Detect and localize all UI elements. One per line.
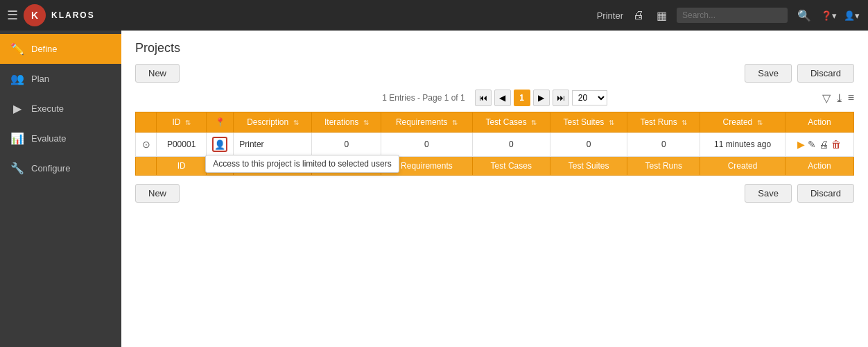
edit-icon[interactable]: ✎ [808,139,816,150]
pagination-icons: ▽ ⤓ ≡ [822,92,854,105]
col-testcases[interactable]: Test Cases ⇅ [472,112,550,133]
user-button[interactable]: 👤▾ [844,10,860,21]
col-iterations[interactable]: Iterations ⇅ [312,112,381,133]
access-tooltip-container: 👤 Access to this project is limited to s… [212,137,227,152]
pagination-bar: 1 Entries - Page 1 of 1 ⏮ ◀ 1 ▶ ⏭ 20 10 … [135,90,854,106]
define-label: Define [31,44,58,54]
evaluate-label: Evaluate [31,133,67,144]
print-icon[interactable]: 🖨 [819,139,828,150]
col2-testruns: Test Runs [627,157,700,176]
top-toolbar: New Save Discard [135,64,854,83]
toolbar-left: New [135,64,180,83]
last-page-btn[interactable]: ⏭ [553,90,569,106]
pagination-info: 1 Entries - Page 1 of 1 [382,93,465,103]
col-requirements[interactable]: Requirements ⇅ [381,112,472,133]
bottom-toolbar-right: Save Discard [745,184,854,203]
filter-icon[interactable]: ▽ [822,92,831,105]
sidebar-item-define[interactable]: ✏️ Define [0,34,121,64]
row-id: P00001 [157,133,207,157]
col-select [136,112,157,133]
bottom-toolbar: New Save Discard [135,184,854,203]
current-page[interactable]: 1 [514,90,530,106]
col-testruns[interactable]: Test Runs ⇅ [627,112,700,133]
row-description: Printer [234,133,312,157]
col-access: 📍 [207,112,234,133]
row-actions-container: ▶ ✎ 🖨 🗑 [791,139,848,150]
export-icon[interactable]: ⤓ [835,92,844,105]
col-action: Action [785,112,853,133]
page-title: Projects [135,41,854,56]
row-requirements: 0 [381,133,472,157]
row-actions: ▶ ✎ 🖨 🗑 [785,133,853,157]
first-page-btn[interactable]: ⏮ [475,90,492,106]
next-page-btn[interactable]: ▶ [533,90,550,106]
configure-icon: 🔧 [10,162,24,175]
sidebar-item-evaluate[interactable]: 📊 Evaluate [0,124,121,153]
grid-icon-btn[interactable]: ▦ [654,8,670,24]
prev-page-btn[interactable]: ◀ [494,90,511,106]
columns-icon[interactable]: ≡ [848,92,854,104]
sidebar-header: ☰ K KLAROS [0,0,121,31]
table-header-row: ID ⇅ 📍 Description ⇅ Iterations ⇅ Requir… [136,112,854,133]
row-testruns: 0 [627,133,700,157]
evaluate-icon: 📊 [10,132,24,145]
search-icon-btn[interactable]: 🔍 [795,8,814,24]
col2-action: Action [785,157,853,176]
col-testsuites[interactable]: Test Suites ⇅ [550,112,627,133]
topbar: Printer 🖨 ▦ 🔍 ❓▾ 👤▾ [121,0,868,31]
search-input[interactable] [677,8,788,23]
play-icon[interactable]: ▶ [797,139,805,150]
col-description[interactable]: Description ⇅ [234,112,312,133]
save-button-bottom[interactable]: Save [745,184,792,203]
access-icon-button[interactable]: 👤 [212,137,227,152]
sidebar-item-execute[interactable]: ▶ Execute [0,94,121,124]
plan-label: Plan [31,74,49,84]
col2-created: Created [700,157,785,176]
table-row: ⊙ P00001 👤 Access to this project is lim… [136,133,854,157]
access-tooltip: Access to this project is limited to sel… [205,155,399,173]
brand-name: KLAROS [51,10,95,20]
execute-label: Execute [31,103,64,114]
sidebar-item-configure[interactable]: 🔧 Configure [0,153,121,183]
col2-testcases: Test Cases [472,157,550,176]
sidebar-item-plan[interactable]: 👥 Plan [0,64,121,94]
plan-icon: 👥 [10,72,24,85]
discard-button-top[interactable]: Discard [797,64,854,83]
hamburger-icon[interactable]: ☰ [7,8,18,23]
new-button-top[interactable]: New [135,64,180,83]
row-created: 11 minutes ago [700,133,785,157]
col2-id: ID [157,157,207,176]
projects-table: ID ⇅ 📍 Description ⇅ Iterations ⇅ Requir… [135,112,854,176]
col-created[interactable]: Created ⇅ [700,112,785,133]
save-button-top[interactable]: Save [745,64,792,83]
sidebar: ☰ K KLAROS ✏️ Define 👥 Plan ▶ Execute 📊 … [0,0,121,347]
row-radio-icon[interactable]: ⊙ [142,139,150,150]
row-testcases: 0 [472,133,550,157]
printer-label: Printer [597,10,623,21]
col2-testsuites: Test Suites [550,157,627,176]
col-id[interactable]: ID ⇅ [157,112,207,133]
location-icon: 📍 [215,117,225,127]
sidebar-nav: ✏️ Define 👥 Plan ▶ Execute 📊 Evaluate 🔧 … [0,31,121,347]
row-testsuites: 0 [550,133,627,157]
logo-icon: K [24,4,46,26]
page-size-select[interactable]: 20 10 50 100 [572,90,607,105]
execute-icon: ▶ [10,102,24,115]
delete-icon[interactable]: 🗑 [831,139,841,150]
printer-icon-btn[interactable]: 🖨 [630,8,647,23]
col2-select [136,157,157,176]
discard-button-bottom[interactable]: Discard [797,184,854,203]
main-content: Projects New Save Discard 1 Entries - Pa… [121,31,868,347]
bottom-toolbar-left: New [135,184,180,203]
configure-label: Configure [31,163,70,174]
row-select[interactable]: ⊙ [136,133,157,157]
toolbar-right: Save Discard [745,64,854,83]
new-button-bottom[interactable]: New [135,184,180,203]
define-icon: ✏️ [10,42,24,56]
row-iterations: 0 [312,133,381,157]
help-button[interactable]: ❓▾ [821,10,837,21]
row-access: 👤 Access to this project is limited to s… [207,133,234,157]
